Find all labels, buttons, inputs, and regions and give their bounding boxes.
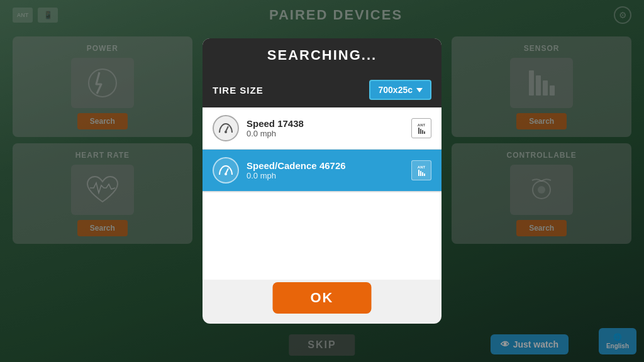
device-1-info: Speed 17438 0.0 mph xyxy=(247,118,404,138)
tire-size-select[interactable]: 700x25c xyxy=(369,80,431,100)
device-1-type-icon: ANT xyxy=(411,118,431,138)
modal-empty-space xyxy=(203,192,441,280)
search-modal: SEARCHING... TIRE SIZE 700x25c Speed 174… xyxy=(203,38,441,324)
svg-rect-9 xyxy=(418,128,419,134)
device-item-speed-cadence[interactable]: Speed/Cadence 46726 0.0 mph ANT xyxy=(203,150,441,192)
svg-rect-15 xyxy=(418,170,419,176)
svg-rect-18 xyxy=(424,173,425,176)
tire-size-label: TIRE SIZE xyxy=(213,85,363,96)
ok-button[interactable]: OK xyxy=(273,282,372,314)
svg-rect-11 xyxy=(422,130,423,134)
svg-point-8 xyxy=(225,131,227,133)
device-list: Speed 17438 0.0 mph ANT xyxy=(203,107,441,192)
device-2-info: Speed/Cadence 46726 0.0 mph xyxy=(247,160,404,180)
device-2-type-icon: ANT xyxy=(411,160,431,180)
device-2-name: Speed/Cadence 46726 xyxy=(247,160,404,171)
tire-size-row[interactable]: TIRE SIZE 700x25c xyxy=(203,72,441,107)
device-2-speed: 0.0 mph xyxy=(247,171,404,180)
svg-rect-10 xyxy=(420,129,421,134)
svg-rect-17 xyxy=(422,172,423,176)
device-item-speed[interactable]: Speed 17438 0.0 mph ANT xyxy=(203,107,441,150)
svg-rect-16 xyxy=(420,171,421,176)
modal-title: SEARCHING... xyxy=(203,38,441,72)
svg-rect-12 xyxy=(424,131,425,134)
svg-line-13 xyxy=(226,168,228,173)
chevron-down-icon xyxy=(416,88,423,92)
svg-point-14 xyxy=(225,173,227,175)
speed-sensor-icon xyxy=(213,115,239,141)
speed-cadence-sensor-icon xyxy=(213,157,239,184)
device-1-speed: 0.0 mph xyxy=(247,129,404,138)
tire-size-value: 700x25c xyxy=(378,85,413,95)
svg-line-7 xyxy=(226,126,228,131)
device-1-name: Speed 17438 xyxy=(247,118,404,129)
